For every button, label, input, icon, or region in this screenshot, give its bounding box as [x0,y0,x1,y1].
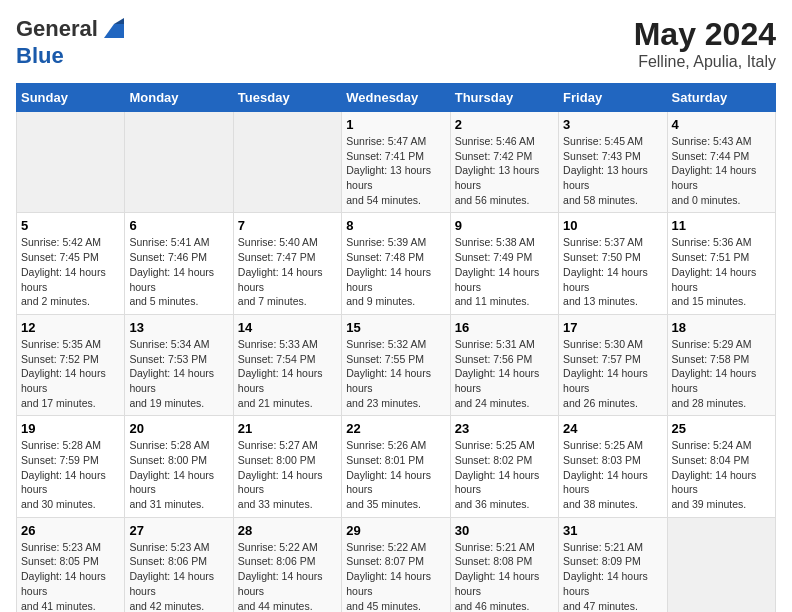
calendar-cell: 5Sunrise: 5:42 AMSunset: 7:45 PMDaylight… [17,213,125,314]
day-number: 27 [129,523,228,538]
svg-marker-1 [114,18,124,24]
calendar-cell: 30Sunrise: 5:21 AMSunset: 8:08 PMDayligh… [450,517,558,612]
day-number: 18 [672,320,771,335]
day-info: Sunrise: 5:27 AMSunset: 8:00 PMDaylight:… [238,438,337,511]
calendar-cell: 3Sunrise: 5:45 AMSunset: 7:43 PMDaylight… [559,112,667,213]
day-number: 6 [129,218,228,233]
day-number: 23 [455,421,554,436]
calendar-week-row: 12Sunrise: 5:35 AMSunset: 7:52 PMDayligh… [17,314,776,415]
calendar-cell: 6Sunrise: 5:41 AMSunset: 7:46 PMDaylight… [125,213,233,314]
day-number: 10 [563,218,662,233]
day-info: Sunrise: 5:33 AMSunset: 7:54 PMDaylight:… [238,337,337,410]
day-number: 29 [346,523,445,538]
calendar-cell: 29Sunrise: 5:22 AMSunset: 8:07 PMDayligh… [342,517,450,612]
calendar-cell [233,112,341,213]
day-number: 3 [563,117,662,132]
calendar-cell [667,517,775,612]
day-number: 17 [563,320,662,335]
calendar-cell: 1Sunrise: 5:47 AMSunset: 7:41 PMDaylight… [342,112,450,213]
weekday-header-wednesday: Wednesday [342,84,450,112]
day-info: Sunrise: 5:26 AMSunset: 8:01 PMDaylight:… [346,438,445,511]
calendar-cell: 16Sunrise: 5:31 AMSunset: 7:56 PMDayligh… [450,314,558,415]
day-info: Sunrise: 5:23 AMSunset: 8:06 PMDaylight:… [129,540,228,612]
calendar-cell [17,112,125,213]
main-title: May 2024 [634,16,776,53]
day-info: Sunrise: 5:25 AMSunset: 8:02 PMDaylight:… [455,438,554,511]
calendar-cell: 27Sunrise: 5:23 AMSunset: 8:06 PMDayligh… [125,517,233,612]
day-number: 13 [129,320,228,335]
day-number: 1 [346,117,445,132]
day-info: Sunrise: 5:41 AMSunset: 7:46 PMDaylight:… [129,235,228,308]
logo-blue: Blue [16,43,64,68]
day-info: Sunrise: 5:40 AMSunset: 7:47 PMDaylight:… [238,235,337,308]
day-info: Sunrise: 5:28 AMSunset: 7:59 PMDaylight:… [21,438,120,511]
day-number: 16 [455,320,554,335]
day-info: Sunrise: 5:21 AMSunset: 8:08 PMDaylight:… [455,540,554,612]
day-info: Sunrise: 5:30 AMSunset: 7:57 PMDaylight:… [563,337,662,410]
day-info: Sunrise: 5:29 AMSunset: 7:58 PMDaylight:… [672,337,771,410]
logo-general: General [16,16,98,41]
day-number: 26 [21,523,120,538]
day-info: Sunrise: 5:22 AMSunset: 8:06 PMDaylight:… [238,540,337,612]
day-number: 31 [563,523,662,538]
weekday-header-row: SundayMondayTuesdayWednesdayThursdayFrid… [17,84,776,112]
calendar-cell: 9Sunrise: 5:38 AMSunset: 7:49 PMDaylight… [450,213,558,314]
day-number: 20 [129,421,228,436]
calendar-cell: 24Sunrise: 5:25 AMSunset: 8:03 PMDayligh… [559,416,667,517]
calendar-cell: 21Sunrise: 5:27 AMSunset: 8:00 PMDayligh… [233,416,341,517]
day-number: 11 [672,218,771,233]
day-number: 19 [21,421,120,436]
day-number: 12 [21,320,120,335]
day-info: Sunrise: 5:36 AMSunset: 7:51 PMDaylight:… [672,235,771,308]
calendar-cell: 17Sunrise: 5:30 AMSunset: 7:57 PMDayligh… [559,314,667,415]
calendar-week-row: 26Sunrise: 5:23 AMSunset: 8:05 PMDayligh… [17,517,776,612]
svg-marker-0 [104,24,124,38]
day-info: Sunrise: 5:23 AMSunset: 8:05 PMDaylight:… [21,540,120,612]
calendar-cell: 22Sunrise: 5:26 AMSunset: 8:01 PMDayligh… [342,416,450,517]
day-info: Sunrise: 5:39 AMSunset: 7:48 PMDaylight:… [346,235,445,308]
day-number: 24 [563,421,662,436]
day-info: Sunrise: 5:24 AMSunset: 8:04 PMDaylight:… [672,438,771,511]
day-number: 7 [238,218,337,233]
calendar-cell: 2Sunrise: 5:46 AMSunset: 7:42 PMDaylight… [450,112,558,213]
day-info: Sunrise: 5:32 AMSunset: 7:55 PMDaylight:… [346,337,445,410]
calendar-cell: 11Sunrise: 5:36 AMSunset: 7:51 PMDayligh… [667,213,775,314]
calendar-cell [125,112,233,213]
day-number: 25 [672,421,771,436]
calendar-cell: 26Sunrise: 5:23 AMSunset: 8:05 PMDayligh… [17,517,125,612]
day-info: Sunrise: 5:31 AMSunset: 7:56 PMDaylight:… [455,337,554,410]
day-number: 30 [455,523,554,538]
calendar-cell: 18Sunrise: 5:29 AMSunset: 7:58 PMDayligh… [667,314,775,415]
logo-icon [100,16,128,44]
day-number: 14 [238,320,337,335]
day-info: Sunrise: 5:46 AMSunset: 7:42 PMDaylight:… [455,134,554,207]
day-info: Sunrise: 5:22 AMSunset: 8:07 PMDaylight:… [346,540,445,612]
calendar-cell: 23Sunrise: 5:25 AMSunset: 8:02 PMDayligh… [450,416,558,517]
calendar-cell: 25Sunrise: 5:24 AMSunset: 8:04 PMDayligh… [667,416,775,517]
calendar-table: SundayMondayTuesdayWednesdayThursdayFrid… [16,83,776,612]
weekday-header-monday: Monday [125,84,233,112]
day-info: Sunrise: 5:34 AMSunset: 7:53 PMDaylight:… [129,337,228,410]
weekday-header-sunday: Sunday [17,84,125,112]
day-number: 15 [346,320,445,335]
day-number: 2 [455,117,554,132]
day-info: Sunrise: 5:37 AMSunset: 7:50 PMDaylight:… [563,235,662,308]
subtitle: Felline, Apulia, Italy [634,53,776,71]
day-info: Sunrise: 5:28 AMSunset: 8:00 PMDaylight:… [129,438,228,511]
weekday-header-tuesday: Tuesday [233,84,341,112]
calendar-cell: 14Sunrise: 5:33 AMSunset: 7:54 PMDayligh… [233,314,341,415]
calendar-cell: 4Sunrise: 5:43 AMSunset: 7:44 PMDaylight… [667,112,775,213]
day-number: 21 [238,421,337,436]
day-info: Sunrise: 5:43 AMSunset: 7:44 PMDaylight:… [672,134,771,207]
logo: General Blue [16,16,128,68]
header: General Blue May 2024 Felline, Apulia, I… [16,16,776,71]
calendar-cell: 12Sunrise: 5:35 AMSunset: 7:52 PMDayligh… [17,314,125,415]
day-info: Sunrise: 5:42 AMSunset: 7:45 PMDaylight:… [21,235,120,308]
day-number: 22 [346,421,445,436]
weekday-header-friday: Friday [559,84,667,112]
day-info: Sunrise: 5:21 AMSunset: 8:09 PMDaylight:… [563,540,662,612]
calendar-cell: 8Sunrise: 5:39 AMSunset: 7:48 PMDaylight… [342,213,450,314]
weekday-header-saturday: Saturday [667,84,775,112]
calendar-cell: 19Sunrise: 5:28 AMSunset: 7:59 PMDayligh… [17,416,125,517]
calendar-cell: 20Sunrise: 5:28 AMSunset: 8:00 PMDayligh… [125,416,233,517]
